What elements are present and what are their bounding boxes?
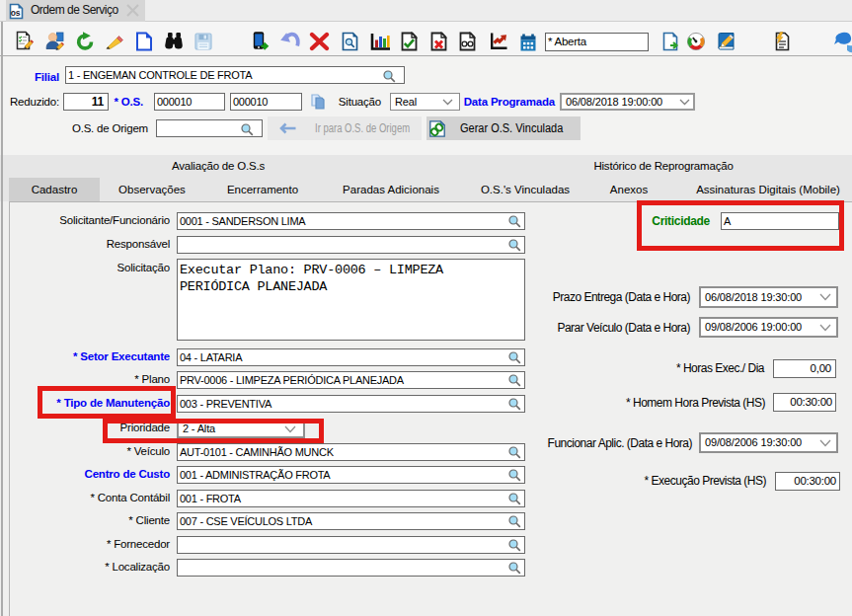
svg-text:os: os [11, 8, 21, 18]
